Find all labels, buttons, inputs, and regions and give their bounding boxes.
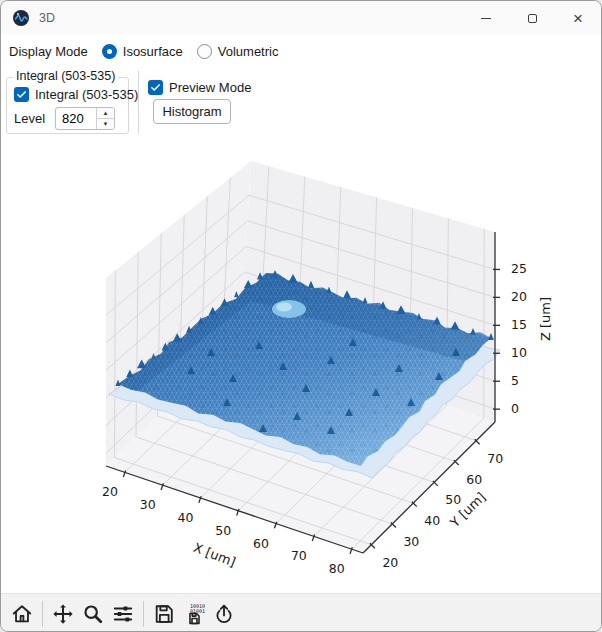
histogram-button[interactable]: Histogram	[153, 99, 231, 124]
svg-text:X [um]: X [um]	[191, 540, 238, 570]
svg-text:5: 5	[511, 373, 519, 388]
radio-isosurface[interactable]: Isosurface	[102, 44, 183, 59]
level-input[interactable]	[56, 108, 96, 129]
svg-text:30: 30	[403, 534, 419, 549]
home-icon	[11, 603, 33, 625]
svg-text:30: 30	[140, 497, 156, 512]
app-icon	[13, 10, 29, 26]
vertical-separator	[138, 71, 139, 134]
integral-groupbox-title: Integral (503-535)	[13, 69, 118, 83]
sliders-icon	[112, 603, 134, 625]
maximize-button[interactable]	[509, 1, 555, 35]
level-spinbox[interactable]: ▲ ▼	[55, 107, 115, 130]
level-row: Level ▲ ▼	[14, 107, 115, 130]
minimize-icon	[481, 18, 491, 19]
svg-text:40: 40	[178, 510, 194, 525]
subplots-button[interactable]	[108, 599, 138, 629]
export-button[interactable]	[209, 599, 239, 629]
toolbar-separator	[143, 601, 144, 627]
spin-up-button[interactable]: ▲	[97, 108, 114, 119]
integral-checkbox-row[interactable]: Integral (503-535)	[14, 87, 138, 102]
save-icon	[153, 603, 175, 625]
svg-text:15: 15	[511, 317, 527, 332]
save-data-icon: 10010 01001	[182, 602, 206, 626]
maximize-icon	[528, 14, 537, 23]
svg-text:0: 0	[511, 401, 519, 416]
pan-icon	[52, 603, 74, 625]
integral-checkbox-label: Integral (503-535)	[35, 87, 138, 102]
svg-text:60: 60	[466, 472, 482, 487]
mpl-toolbar: 10010 01001	[1, 593, 601, 632]
save-data-button[interactable]: 10010 01001	[179, 599, 209, 629]
zoom-icon	[82, 603, 104, 625]
svg-text:40: 40	[424, 513, 440, 528]
radio-volumetric-circle	[197, 44, 212, 59]
display-mode-label: Display Mode	[9, 44, 88, 59]
svg-text:01001: 01001	[190, 607, 205, 613]
window-3d: 3D × Display Mode Isosurface Volumetric …	[0, 0, 602, 632]
integral-checkbox[interactable]	[14, 87, 29, 102]
figure-canvas[interactable]: 203040506070802030405060700510152025X [u…	[1, 134, 602, 593]
radio-volumetric-label: Volumetric	[218, 44, 279, 59]
check-icon	[150, 82, 161, 93]
radio-isosurface-circle	[102, 44, 117, 59]
svg-text:50: 50	[445, 492, 461, 507]
svg-text:20: 20	[382, 555, 398, 570]
svg-text:50: 50	[215, 523, 231, 538]
radio-volumetric[interactable]: Volumetric	[197, 44, 279, 59]
preview-mode-label: Preview Mode	[169, 80, 251, 95]
level-label: Level	[14, 111, 45, 126]
close-icon: ×	[573, 10, 583, 27]
radio-isosurface-label: Isosurface	[123, 44, 183, 59]
preview-mode-row[interactable]: Preview Mode	[148, 80, 251, 95]
spin-down-button[interactable]: ▼	[97, 119, 114, 129]
svg-text:20: 20	[511, 289, 527, 304]
svg-text:Z [um]: Z [um]	[538, 297, 553, 341]
integral-groupbox: Integral (503-535) Integral (503-535) Le…	[6, 77, 129, 134]
check-icon	[16, 89, 27, 100]
preview-mode-checkbox[interactable]	[148, 80, 163, 95]
plot-3d[interactable]: 203040506070802030405060700510152025X [u…	[1, 134, 602, 593]
svg-text:10: 10	[511, 345, 527, 360]
svg-text:60: 60	[253, 536, 269, 551]
titlebar[interactable]: 3D ×	[1, 1, 601, 35]
window-title: 3D	[39, 1, 55, 35]
pan-button[interactable]	[48, 599, 78, 629]
svg-text:70: 70	[291, 548, 307, 563]
zoom-button[interactable]	[78, 599, 108, 629]
svg-text:20: 20	[102, 484, 118, 499]
svg-text:70: 70	[487, 451, 503, 466]
toolbar-separator	[42, 601, 43, 627]
minimize-button[interactable]	[463, 1, 509, 35]
svg-text:80: 80	[329, 561, 345, 576]
export-icon	[213, 603, 235, 625]
close-button[interactable]: ×	[555, 1, 601, 35]
home-button[interactable]	[7, 599, 37, 629]
display-mode-row: Display Mode Isosurface Volumetric	[9, 39, 292, 63]
svg-text:25: 25	[511, 261, 527, 276]
save-button[interactable]	[149, 599, 179, 629]
